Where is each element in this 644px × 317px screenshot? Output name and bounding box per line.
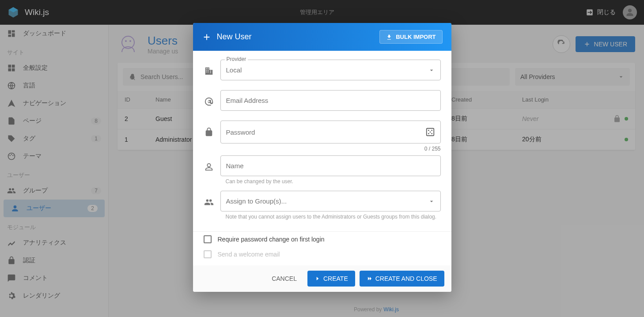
svg-point-12 bbox=[431, 133, 432, 134]
password-counter: 0 / 255 bbox=[220, 146, 441, 152]
require-pwd-label: Require password change on first login bbox=[218, 236, 325, 243]
name-hint: Can be changed by the user. bbox=[220, 178, 441, 185]
svg-point-11 bbox=[428, 133, 429, 134]
name-placeholder: Name bbox=[226, 162, 244, 170]
provider-value: Local bbox=[226, 66, 242, 74]
import-icon bbox=[386, 34, 392, 40]
create-label: CREATE bbox=[323, 275, 348, 282]
lock-icon bbox=[204, 127, 214, 137]
bulk-import-button[interactable]: BULK IMPORT bbox=[379, 30, 442, 44]
bulk-import-label: BULK IMPORT bbox=[396, 34, 436, 40]
domain-icon bbox=[204, 66, 214, 76]
email-placeholder: Email Address bbox=[226, 97, 269, 104]
provider-field-label: Provider bbox=[225, 56, 248, 62]
create-close-label: CREATE AND CLOSE bbox=[375, 275, 437, 282]
chevrons-right-icon bbox=[367, 275, 373, 282]
cancel-button[interactable]: CANCEL bbox=[265, 271, 303, 287]
groups-hint: Note that you cannot assign users to the… bbox=[220, 214, 441, 220]
groups-icon bbox=[204, 197, 214, 208]
plus-icon bbox=[202, 32, 212, 42]
email-field[interactable]: Email Address bbox=[220, 90, 441, 111]
welcome-email-label: Send a welcome email bbox=[218, 251, 280, 258]
dialog-header: New User BULK IMPORT bbox=[193, 23, 451, 51]
password-field[interactable]: Password bbox=[220, 121, 441, 143]
password-placeholder: Password bbox=[226, 128, 255, 136]
svg-point-10 bbox=[431, 130, 432, 131]
groups-placeholder: Assign to Group(s)... bbox=[226, 197, 287, 205]
modal-overlay[interactable]: New User BULK IMPORT Provider Local bbox=[0, 0, 644, 317]
chevron-down-icon bbox=[428, 67, 435, 74]
dialog-title: New User bbox=[217, 32, 375, 42]
provider-select[interactable]: Local bbox=[220, 60, 441, 80]
svg-point-9 bbox=[428, 130, 429, 131]
person-outline-icon bbox=[204, 162, 214, 172]
create-button[interactable]: CREATE bbox=[307, 271, 355, 287]
require-pwd-checkbox[interactable] bbox=[204, 235, 212, 243]
name-field[interactable]: Name bbox=[220, 155, 441, 176]
dice-icon[interactable] bbox=[425, 127, 435, 137]
groups-select[interactable]: Assign to Group(s)... bbox=[220, 191, 441, 211]
svg-point-13 bbox=[429, 132, 431, 133]
chevron-right-icon bbox=[314, 275, 321, 282]
at-icon bbox=[204, 96, 214, 107]
welcome-email-checkbox[interactable] bbox=[204, 250, 212, 258]
create-close-button[interactable]: CREATE AND CLOSE bbox=[360, 271, 444, 287]
chevron-down-icon bbox=[428, 198, 435, 205]
new-user-dialog: New User BULK IMPORT Provider Local bbox=[193, 23, 451, 292]
